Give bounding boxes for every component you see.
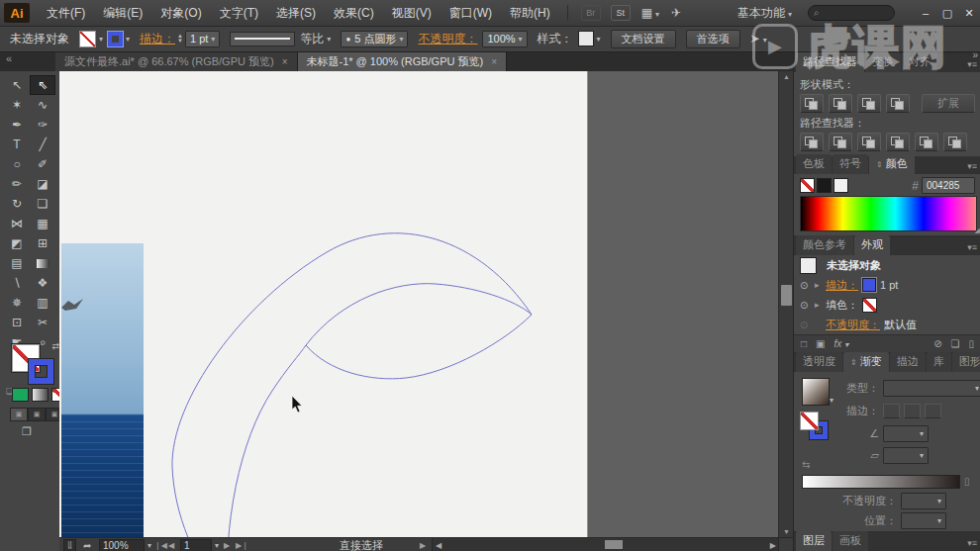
stroke-swatch[interactable]: [108, 32, 123, 46]
tab-appearance-0[interactable]: 颜色参考: [796, 235, 853, 255]
gradient-opacity-field[interactable]: ▾: [901, 493, 946, 509]
search-input[interactable]: ⌕: [808, 5, 895, 21]
horizontal-scroll-thumb[interactable]: [605, 540, 623, 549]
rotate-tool[interactable]: ↻: [4, 194, 30, 214]
next-artboard-icon[interactable]: ▶: [224, 538, 230, 551]
canvas[interactable]: [59, 71, 778, 537]
stroke-across-button[interactable]: [925, 404, 941, 418]
crescent-outer-path[interactable]: [172, 233, 532, 537]
clear-icon[interactable]: ⊘: [933, 338, 941, 349]
add-effect-icon[interactable]: fx▾: [834, 338, 849, 349]
chevron-down-icon[interactable]: ▾: [597, 35, 601, 44]
color-panel-menu-icon[interactable]: ▾≡: [967, 161, 980, 174]
document-setup-button[interactable]: 文档设置: [611, 30, 676, 48]
scroll-up-icon[interactable]: ▲: [779, 73, 794, 80]
appearance-stroke-row[interactable]: ⊙ ▸ 描边： 1 pt: [794, 275, 980, 295]
stock-icon[interactable]: St: [611, 5, 631, 21]
vertical-scrollbar[interactable]: ▲ ▼: [778, 71, 794, 537]
width-tool[interactable]: ⋈: [4, 214, 30, 233]
paintbrush-tool[interactable]: ✐: [30, 154, 55, 174]
chevron-down-icon[interactable]: ▾: [327, 35, 331, 44]
leaf-top-path[interactable]: [306, 284, 532, 345]
new-art-icon[interactable]: □: [801, 338, 807, 349]
gradient-angle-field[interactable]: ▾: [883, 425, 929, 442]
divide-button[interactable]: [800, 133, 824, 151]
selection-tool[interactable]: ↖: [4, 75, 30, 95]
fill-none-swatch[interactable]: [862, 298, 877, 313]
stroke-link[interactable]: 描边：: [140, 31, 175, 47]
vector-paths[interactable]: [59, 71, 778, 537]
none-swatch[interactable]: [800, 178, 815, 193]
artboard-number-field[interactable]: 1▾: [180, 538, 219, 551]
first-artboard-icon[interactable]: ❘◀: [154, 538, 167, 551]
variable-width-preview[interactable]: [230, 32, 295, 46]
visibility-eye-icon[interactable]: ⊙: [800, 280, 815, 291]
status-menu-icon[interactable]: ▶: [420, 538, 426, 551]
eraser-tool[interactable]: ◪: [30, 174, 55, 194]
reverse-gradient-icon[interactable]: ⇆: [802, 459, 810, 470]
leaf-bottom-path[interactable]: [306, 315, 532, 379]
scale-tool[interactable]: ❏: [30, 194, 55, 214]
appearance-fill-row[interactable]: ⊙ ▸ 填色：: [794, 295, 980, 315]
style-swatch[interactable]: [578, 31, 594, 46]
menu-item[interactable]: 效果(C): [325, 0, 383, 26]
graph-tool[interactable]: ▥: [30, 293, 55, 313]
gradient-tool[interactable]: [30, 253, 55, 273]
color-fill-button[interactable]: [12, 388, 29, 402]
maximize-button[interactable]: ▢: [938, 0, 956, 26]
previous-artboard-icon[interactable]: ◀: [168, 538, 174, 551]
expand-arrow-icon[interactable]: ▸: [815, 280, 826, 290]
minus-front-button[interactable]: [829, 94, 852, 113]
pen-tool[interactable]: ✒: [4, 115, 30, 135]
horizontal-scrollbar[interactable]: ◀ ▶: [432, 538, 779, 551]
gradient-fill-button[interactable]: [32, 388, 49, 402]
close-button[interactable]: ✕: [960, 0, 978, 26]
opacity-link[interactable]: 不透明度：: [826, 318, 880, 332]
change-screen-mode-icon[interactable]: ❐: [22, 425, 32, 438]
opacity-field[interactable]: 100%▾: [482, 31, 527, 47]
scroll-right-icon[interactable]: ▶: [770, 538, 776, 551]
crop-button[interactable]: [886, 133, 910, 151]
hex-value-field[interactable]: 004285: [922, 177, 975, 194]
stroke-weight-stepper[interactable]: ▲▼: [177, 34, 183, 44]
white-swatch[interactable]: [833, 178, 848, 193]
minus-back-button[interactable]: [943, 133, 967, 151]
fill-swatch[interactable]: [79, 31, 96, 47]
expand-button[interactable]: 扩展: [922, 94, 975, 113]
chevron-down-icon[interactable]: ▾: [830, 396, 833, 405]
layers-panel-menu-icon[interactable]: ▾≡: [967, 538, 980, 551]
share-icon[interactable]: ✈: [671, 6, 681, 20]
delete-stop-icon[interactable]: ▯: [964, 476, 970, 487]
brush-definition-field[interactable]: ●5 点圆形▾: [341, 31, 408, 47]
line-segment-tool[interactable]: ╱: [30, 135, 55, 154]
workspace-switcher[interactable]: 基本功能▾: [737, 5, 792, 22]
preferences-button[interactable]: 首选项: [686, 30, 740, 48]
color-spectrum[interactable]: [800, 196, 977, 231]
expand-arrow-icon[interactable]: ▸: [815, 300, 826, 310]
stroke-within-button[interactable]: [883, 404, 900, 418]
document-tab[interactable]: 未标题-1* @ 100% (RGB/GPU 预览)×: [298, 51, 508, 71]
lasso-tool[interactable]: ∿: [30, 95, 55, 115]
menu-item[interactable]: 编辑(E): [94, 0, 151, 26]
tab-color-1[interactable]: 符号: [833, 154, 868, 174]
merge-button[interactable]: [857, 133, 881, 151]
tab-pathfinder-1[interactable]: 变换: [865, 52, 901, 72]
gpu-performance-icon[interactable]: ⣿: [63, 538, 76, 551]
gradient-position-field[interactable]: ▾: [901, 512, 946, 529]
slice-tool[interactable]: ✂: [30, 313, 55, 332]
trim-button[interactable]: [829, 133, 852, 151]
menu-item[interactable]: 视图(V): [383, 0, 441, 26]
stroke-color-swatch[interactable]: [862, 278, 876, 292]
resize-grip-icon[interactable]: ◢: [975, 227, 980, 234]
unite-button[interactable]: [800, 94, 824, 113]
ellipse-tool[interactable]: ○: [4, 154, 30, 174]
gradient-thumbnail[interactable]: [802, 378, 830, 406]
opacity-link[interactable]: 不透明度：: [418, 31, 477, 47]
pencil-tool[interactable]: ✏: [4, 174, 30, 194]
perspective-grid-tool[interactable]: ⊞: [30, 233, 55, 253]
tab-appearance-1[interactable]: 外观: [854, 235, 890, 255]
arrange-documents-icon[interactable]: ▦▾: [641, 6, 659, 20]
vertical-scroll-thumb[interactable]: [781, 285, 792, 306]
swap-fill-stroke-icon[interactable]: ⇄: [51, 341, 59, 351]
delete-icon[interactable]: ▯: [968, 338, 974, 349]
